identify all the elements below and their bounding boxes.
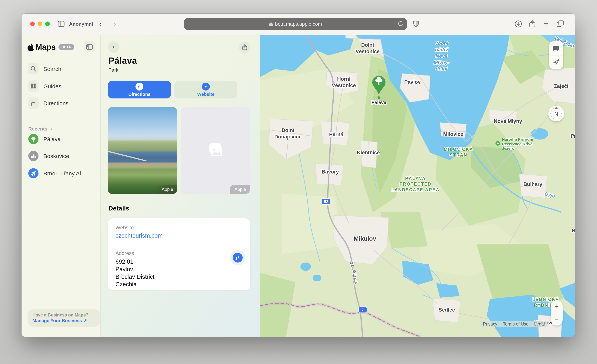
privacy-link[interactable]: Privacy bbox=[480, 321, 500, 327]
panel-toggle-icon[interactable] bbox=[84, 41, 95, 52]
website-button[interactable]: Website bbox=[174, 81, 237, 99]
search-icon bbox=[28, 63, 39, 74]
recent-item-label: Brno-Tuřany Ai... bbox=[43, 170, 86, 177]
guides-icon bbox=[28, 80, 39, 92]
map-controls bbox=[549, 41, 563, 69]
action-buttons: Directions Website bbox=[108, 81, 237, 99]
route-shield-52: 52 bbox=[322, 198, 330, 204]
map-reserve-label: Národní Přírodní bbox=[502, 137, 534, 141]
details-heading: Details bbox=[108, 205, 129, 212]
address-line: 692 01 bbox=[116, 258, 243, 265]
map-town-label: Věstonice bbox=[355, 49, 380, 54]
website-link[interactable]: czechtourism.com bbox=[116, 232, 243, 239]
route-shield-7: 7 bbox=[359, 307, 367, 313]
safari-window: Anonymní ‹ › beta.maps.apple.com + Maps bbox=[22, 14, 575, 337]
location-arrow-icon bbox=[553, 59, 559, 65]
map-town-label: Sedlec bbox=[439, 307, 455, 313]
directions-button[interactable]: Directions bbox=[108, 81, 171, 99]
airplane-icon bbox=[28, 168, 39, 178]
map-tiles: Dolní Věstonice Horní Věstonice Pavlov Z… bbox=[260, 35, 575, 337]
place-title: Pálava bbox=[108, 55, 137, 66]
back-icon[interactable]: ‹ bbox=[99, 20, 102, 28]
north-needle-icon bbox=[555, 107, 558, 109]
recents-header[interactable]: Recents › bbox=[28, 126, 52, 132]
place-card-panel: ‹ Pálava Park Directions Website bbox=[101, 35, 260, 337]
recent-item-boskovice[interactable]: Boskovice bbox=[28, 151, 69, 161]
map-mode-button[interactable] bbox=[549, 41, 563, 55]
address-bar[interactable]: beta.maps.apple.com bbox=[184, 18, 407, 30]
turn-right-arrow-icon bbox=[135, 82, 143, 90]
sidebar-item-label: Directions bbox=[43, 100, 69, 106]
private-tab-title: Anonymní bbox=[69, 21, 93, 27]
map-water-label: dolní bbox=[436, 66, 448, 72]
compass-control[interactable]: N bbox=[548, 106, 564, 122]
forward-icon[interactable]: › bbox=[114, 20, 116, 28]
browser-toolbar: Anonymní ‹ › beta.maps.apple.com + bbox=[22, 14, 575, 35]
map-town-label-clipped: N bbox=[572, 228, 575, 233]
turn-right-arrow-icon bbox=[233, 253, 243, 263]
share-icon[interactable] bbox=[527, 19, 537, 29]
downloads-icon[interactable] bbox=[513, 19, 523, 29]
map-town-label: Pavlov bbox=[404, 79, 421, 85]
place-category: Park bbox=[108, 67, 118, 73]
recent-item-brno-airport[interactable]: Brno-Tuřany Ai... bbox=[28, 168, 86, 178]
map-water-label: Vodní bbox=[435, 40, 449, 46]
address-line: Czechia bbox=[116, 281, 243, 288]
terms-link[interactable]: Terms of Use bbox=[500, 321, 531, 327]
map-reserve-label: Rezervace Křivé bbox=[502, 142, 533, 146]
recent-item-palava[interactable]: Pálava bbox=[28, 134, 61, 144]
map-area-label: PROTECTED bbox=[400, 182, 432, 186]
svg-text:52: 52 bbox=[324, 199, 328, 204]
website-field-label: Website bbox=[116, 225, 243, 231]
photo-placeholder[interactable]: Apple bbox=[181, 107, 250, 194]
map-reserve-label: Jezero bbox=[502, 146, 515, 150]
brand-name: Maps bbox=[35, 43, 56, 52]
map-water-label: nádrž bbox=[435, 47, 448, 52]
back-button[interactable]: ‹ bbox=[108, 41, 119, 53]
compass-north-label: N bbox=[554, 111, 558, 117]
close-window-button[interactable] bbox=[30, 22, 35, 26]
map-town-label: Dolní bbox=[361, 42, 374, 48]
sidebar-item-guides[interactable]: Guides bbox=[28, 80, 61, 92]
business-promo[interactable]: Have a Business on Maps? Manage Your Bus… bbox=[28, 309, 100, 327]
address-directions-button[interactable] bbox=[230, 250, 245, 265]
map-town-label: Klentnice bbox=[357, 150, 380, 155]
recents-title: Recents bbox=[28, 126, 47, 132]
map-area-label: PÁLAVA bbox=[405, 176, 426, 181]
new-tab-icon[interactable]: + bbox=[541, 19, 551, 29]
map-canvas[interactable]: Dolní Věstonice Horní Věstonice Pavlov Z… bbox=[260, 35, 575, 337]
recent-item-label: Boskovice bbox=[43, 153, 69, 159]
map-town-label: Bulhary bbox=[523, 181, 542, 187]
map-town-label: Nové Mlýny bbox=[494, 118, 522, 124]
sidebar-item-label: Guides bbox=[43, 83, 61, 89]
map-town-label-clipped: Přít bbox=[571, 133, 575, 139]
tab-overview-icon[interactable] bbox=[555, 19, 565, 29]
chevron-right-icon: › bbox=[50, 126, 52, 132]
sidebar-item-label: Search bbox=[43, 65, 61, 72]
svg-text:7: 7 bbox=[361, 308, 364, 312]
share-icon bbox=[242, 44, 247, 50]
address-line: Břeclav District bbox=[116, 273, 243, 281]
zoom-window-button[interactable] bbox=[45, 22, 50, 26]
reload-icon[interactable] bbox=[398, 21, 403, 28]
privacy-shield-icon[interactable] bbox=[411, 19, 421, 29]
zoom-out-button[interactable]: − bbox=[551, 313, 563, 325]
zoom-in-button[interactable]: + bbox=[551, 300, 563, 313]
sidebar-item-search[interactable]: Search bbox=[28, 63, 61, 74]
share-place-button[interactable] bbox=[239, 41, 250, 53]
maps-logo: Maps BETA bbox=[28, 43, 74, 52]
browser-sidebar-toggle-icon[interactable] bbox=[56, 19, 66, 29]
details-card: Website czechtourism.com Address 692 01 … bbox=[108, 218, 250, 290]
recent-item-label: Pálava bbox=[43, 136, 61, 142]
chevron-left-icon: ‹ bbox=[112, 43, 115, 51]
place-photo[interactable]: Apple bbox=[108, 107, 177, 194]
locate-me-button[interactable] bbox=[549, 55, 563, 69]
sidebar-item-directions[interactable]: Directions bbox=[28, 97, 69, 109]
minimize-window-button[interactable] bbox=[38, 22, 42, 26]
folded-map-icon bbox=[553, 45, 560, 51]
map-area-label: LANDSCAPE AREA bbox=[391, 187, 440, 192]
manage-business-link[interactable]: Manage Your Business ↗ bbox=[32, 318, 95, 323]
legal-link[interactable]: Legal bbox=[531, 321, 547, 327]
directions-label: Directions bbox=[128, 92, 150, 97]
map-town-label: Perná bbox=[329, 132, 343, 137]
